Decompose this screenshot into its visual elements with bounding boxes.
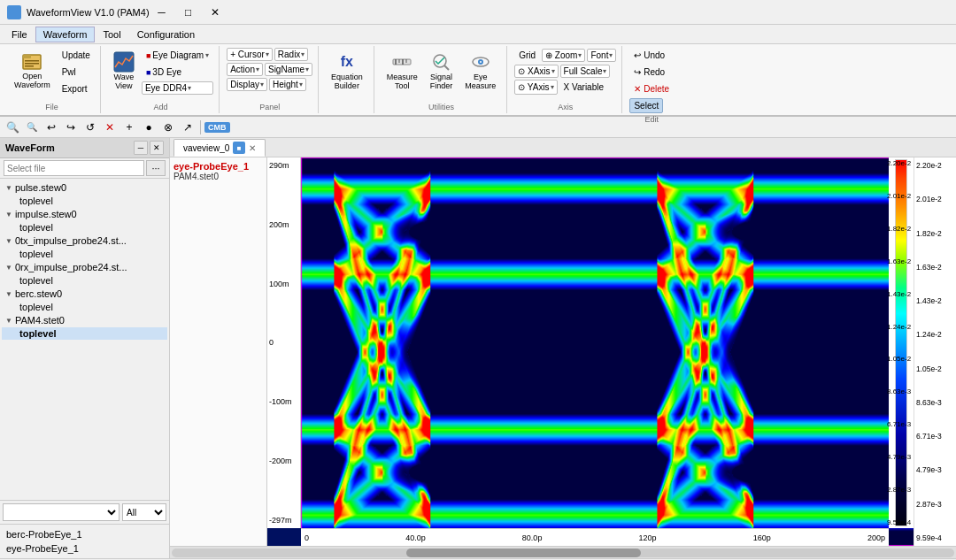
file-col-btns: Update Pwl Export [58, 48, 95, 96]
signame-dropdown[interactable]: SigName ▾ [265, 63, 312, 76]
tree-item-pulse[interactable]: ▼ pulse.stew0 [2, 180, 167, 195]
panel-minimize-button[interactable]: ─ [134, 141, 148, 155]
arrow-button[interactable]: ↗ [179, 119, 197, 136]
tree-child-0rx-toplevel[interactable]: toplevel [2, 274, 167, 287]
filter-select-1[interactable] [3, 503, 120, 521]
csr-9: 6.71e-3 [916, 432, 954, 441]
file-input[interactable] [4, 160, 144, 176]
update-button[interactable]: Update [58, 48, 95, 63]
tree-child-0tx-toplevel[interactable]: toplevel [2, 248, 167, 260]
tree-child-impulse-toplevel[interactable]: toplevel [2, 221, 167, 234]
y-label-290m: 290m [269, 161, 298, 170]
csr-10: 4.79e-3 [916, 465, 954, 474]
app-icon [7, 5, 21, 19]
eye-measure-label: EyeMeasure [465, 73, 496, 90]
scrollbar-thumb[interactable] [406, 548, 641, 557]
cancel-button[interactable]: ⊗ [159, 119, 177, 136]
undo-button[interactable]: ↩ Undo [629, 48, 669, 63]
maximize-button[interactable]: □ [176, 4, 201, 21]
csr-5: 1.43e-2 [916, 296, 954, 305]
grid-button[interactable]: Grid [514, 48, 540, 63]
tree-child-pulse-toplevel[interactable]: toplevel [2, 195, 167, 207]
y-label-n297m: -297m [269, 516, 298, 525]
menu-tool[interactable]: Tool [95, 27, 128, 42]
measure-tool-button[interactable]: MeasureTool [382, 48, 423, 94]
tree-child-berc-toplevel[interactable]: toplevel [2, 301, 167, 313]
height-dropdown[interactable]: Height ▾ [269, 78, 306, 91]
menu-waveform[interactable]: Waveform [35, 27, 96, 42]
filter-select-all[interactable]: All [122, 503, 166, 521]
x-label-160p: 160p [753, 533, 771, 542]
file-group-label: File [45, 101, 58, 111]
stop-button[interactable]: ✕ [101, 119, 119, 136]
tree-child-pam4-toplevel[interactable]: toplevel [2, 327, 167, 340]
close-button[interactable]: ✕ [203, 4, 227, 21]
radix-dropdown[interactable]: Radix ▾ [274, 48, 309, 61]
reset-button[interactable]: ↺ [81, 119, 99, 136]
ribbon-group-edit: ↩ Undo ↪ Redo ✕ Delete Select Edit [624, 46, 679, 113]
tree-item-0tx[interactable]: ▼ 0tx_impulse_probe24.st... [2, 234, 167, 248]
wave-item-eye[interactable]: eye-ProbeEye_1 [3, 541, 166, 556]
tree-arrow-4: ▼ [5, 264, 12, 272]
xaxis-dropdown[interactable]: ⊙ XAxis ▾ [514, 65, 558, 78]
redo-button[interactable]: ↪ Redo [629, 65, 669, 80]
tree-item-impulse[interactable]: ▼ impulse.stew0 [2, 207, 167, 221]
eye-diagram-view[interactable]: 290m 200m 100m 0 -100m -200m -297m 0 40.… [267, 157, 914, 546]
measure-icon [391, 51, 412, 73]
signal-finder-button[interactable]: SignalFinder [425, 48, 459, 94]
undo-toolbar-button[interactable]: ↩ [42, 119, 60, 136]
x-variable-button[interactable]: X Variable [559, 80, 608, 95]
toolbar: 🔍 🔍 ↩ ↪ ↺ ✕ + ● ⊗ ↗ CMB [0, 117, 956, 138]
scrollbar-track[interactable] [172, 548, 954, 557]
svg-rect-1 [23, 55, 31, 58]
horizontal-scrollbar[interactable] [170, 546, 956, 558]
record-button[interactable]: ● [140, 119, 158, 136]
panel-close-button[interactable]: ✕ [150, 141, 164, 155]
redo-toolbar-button[interactable]: ↪ [62, 119, 80, 136]
cursor-dropdown[interactable]: + Cursor ▾ [227, 48, 273, 61]
wave-view-button[interactable]: WaveView [108, 48, 140, 94]
add-toolbar-button[interactable]: + [120, 119, 138, 136]
zoom-dropdown[interactable]: ⊕ Zoom ▾ [542, 49, 585, 62]
app-title: WaveformView V1.0 (PAM4) [27, 7, 150, 18]
tree-item-0rx[interactable]: ▼ 0rx_impulse_probe24.st... [2, 260, 167, 274]
full-scale-dropdown[interactable]: Full Scale ▾ [560, 65, 611, 78]
menu-configuration[interactable]: Configuration [129, 27, 203, 42]
open-waveform-button[interactable]: OpenWaveform [9, 48, 56, 94]
minimize-button[interactable]: ─ [150, 4, 174, 21]
tree-item-pam4[interactable]: ▼ PAM4.stet0 [2, 313, 167, 327]
x-label-0: 0 [305, 533, 309, 542]
csr-1: 2.20e-2 [916, 161, 954, 170]
font-dropdown[interactable]: Font ▾ [587, 49, 616, 62]
file-selector: ··· [0, 158, 169, 179]
y-label-n100m: -100m [269, 397, 298, 406]
y-label-200m: 200m [269, 220, 298, 229]
tree-item-berc[interactable]: ▼ berc.stew0 [2, 287, 167, 301]
zoom-out-button[interactable]: 🔍 [23, 119, 41, 136]
eye-diagram-button[interactable]: ■ Eye Diagram ▾ [142, 48, 213, 63]
toolbar-separator [200, 120, 201, 134]
tab-close-button[interactable]: ✕ [249, 143, 256, 153]
display-dropdown[interactable]: Display ▾ [227, 78, 267, 91]
equation-icon: fx [336, 51, 358, 73]
select-edit-button[interactable]: Select [629, 98, 663, 113]
export-button[interactable]: Export [58, 81, 95, 96]
ribbon-group-add-content: WaveView ■ Eye Diagram ▾ ■ 3D Eye Eye DD… [108, 48, 213, 101]
action-dropdown[interactable]: Action ▾ [227, 63, 263, 76]
3d-eye-button[interactable]: ■ 3D Eye [142, 65, 213, 80]
eye-measure-button[interactable]: EyeMeasure [459, 48, 501, 94]
wave-item-berc[interactable]: berc-ProbeEye_1 [3, 527, 166, 541]
pwl-button[interactable]: Pwl [58, 65, 95, 80]
tree-label-pam4: PAM4.stet0 [15, 315, 65, 326]
x-label-120p: 120p [639, 533, 657, 542]
zoom-in-button[interactable]: 🔍 [4, 119, 21, 136]
delete-button[interactable]: ✕ Delete [629, 81, 674, 96]
menu-file[interactable]: File [4, 27, 35, 42]
utilities-group-label: Utilities [428, 101, 454, 111]
tab-vaveview[interactable]: vaveview_0 ■ ✕ [173, 139, 266, 157]
eye-ddr4-dropdown[interactable]: Eye DDR4 ▾ [142, 81, 213, 95]
yaxis-dropdown[interactable]: ⊙ YAxis ▾ [514, 80, 557, 95]
equation-builder-button[interactable]: fx EquationBuilder [326, 48, 368, 94]
browse-button[interactable]: ··· [146, 160, 166, 176]
ribbon-content: OpenWaveform Update Pwl Export File Wave… [0, 44, 956, 115]
